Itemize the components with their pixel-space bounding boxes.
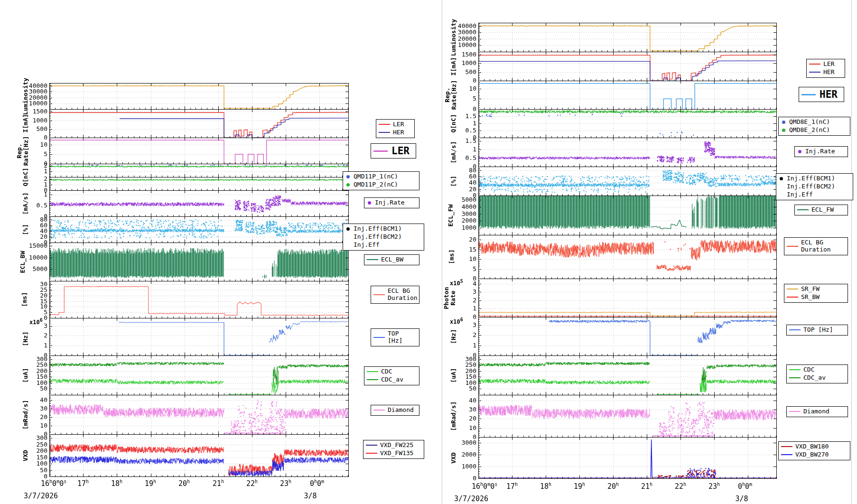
beam-background-monitor-page: LuminosityI[mA]Rep. Rate[Hz]Q[nC][mA/s][…	[0, 0, 857, 504]
strip-charts-canvas	[0, 0, 857, 504]
